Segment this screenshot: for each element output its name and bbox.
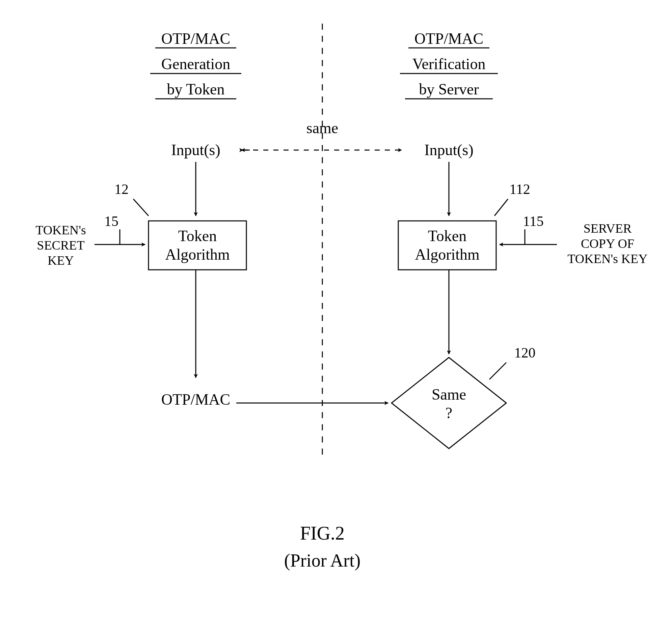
center-group: same — [241, 119, 402, 150]
left-key-3: KEY — [48, 253, 74, 268]
right-side: OTP/MAC Verification by Server Input(s) … — [391, 30, 648, 449]
svg-line-3 — [133, 199, 148, 216]
same-label: same — [307, 119, 338, 136]
left-key-2: SECRET — [37, 238, 85, 252]
figure-sub: (Prior Art) — [284, 550, 360, 571]
right-key-2: COPY OF — [581, 236, 634, 251]
right-title-1: OTP/MAC — [414, 30, 483, 47]
left-title-3: by Token — [167, 81, 225, 98]
left-inputs-label: Input(s) — [171, 141, 220, 158]
left-title-2: Generation — [161, 55, 230, 73]
decision-diamond — [391, 357, 506, 449]
right-title-2: Verification — [412, 55, 485, 73]
figure-caption: FIG.2 — [300, 523, 344, 543]
right-title-3: by Server — [419, 81, 479, 98]
otp-mac-label: OTP/MAC — [161, 391, 230, 408]
ref-12: 12 — [114, 181, 128, 197]
right-key-3: TOKEN's KEY — [567, 252, 647, 266]
right-algo-2: Algorithm — [415, 246, 480, 263]
left-key-1: TOKEN's — [35, 223, 86, 237]
svg-line-10 — [489, 362, 506, 379]
right-inputs-label: Input(s) — [424, 141, 474, 158]
left-title-1: OTP/MAC — [161, 30, 230, 47]
left-algo-1: Token — [178, 227, 217, 245]
decision-1: Same — [432, 386, 466, 403]
ref-15: 15 — [104, 213, 118, 229]
diagram-root: OTP/MAC Generation by Token Input(s) 12 … — [0, 0, 672, 633]
right-algo-1: Token — [428, 227, 466, 245]
right-key-1: SERVER — [583, 221, 632, 235]
ref-112: 112 — [509, 181, 530, 197]
decision-2: ? — [446, 404, 452, 422]
ref-115: 115 — [523, 213, 544, 229]
ref-120: 120 — [514, 345, 536, 360]
svg-line-8 — [495, 199, 508, 216]
left-algo-2: Algorithm — [165, 246, 230, 263]
left-side: OTP/MAC Generation by Token Input(s) 12 … — [35, 30, 246, 408]
